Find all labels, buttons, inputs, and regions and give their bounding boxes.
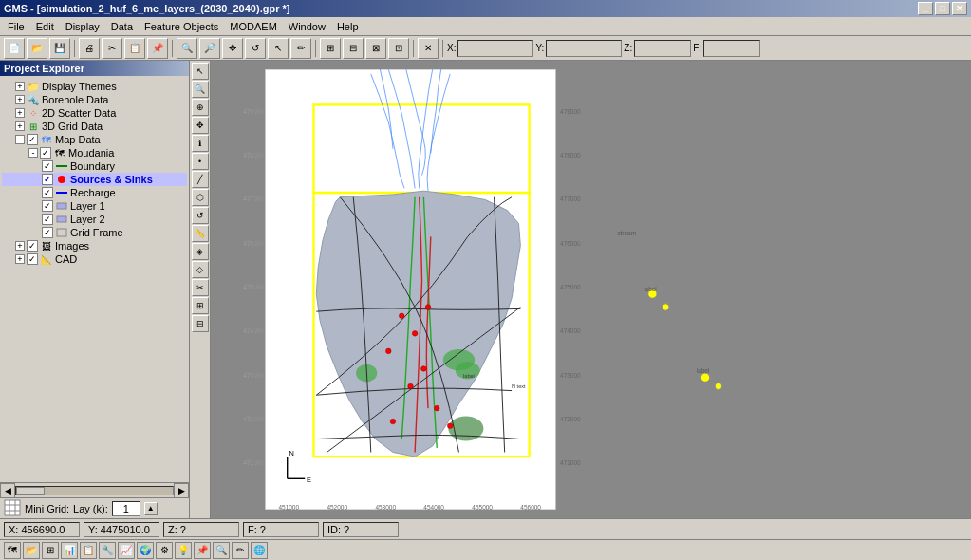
tree-item-images[interactable]: + ✓ 🖼 Images: [2, 239, 187, 252]
title-bar-buttons[interactable]: _ □ ✕: [918, 2, 967, 15]
menu-file[interactable]: File: [2, 19, 30, 34]
tree-item-layer1[interactable]: ✓ Layer 1: [2, 199, 187, 213]
lay-value-field[interactable]: 1: [112, 501, 140, 516]
check-sources-sinks[interactable]: ✓: [42, 174, 53, 185]
bottom-icon-9[interactable]: ⚙: [156, 542, 173, 559]
tree-item-mapdata[interactable]: - ✓ 🗺 Map Data: [2, 133, 187, 146]
tree-item-scatter[interactable]: + ⁘ 2D Scatter Data: [2, 106, 187, 120]
bottom-icon-1[interactable]: 🗺: [4, 542, 21, 559]
tree-area[interactable]: + 📁 Display Themes + 🔩 Borehole Data + ⁘…: [0, 76, 189, 482]
expand-cad[interactable]: +: [15, 254, 25, 264]
draw-point-btn[interactable]: •: [192, 153, 209, 170]
tb-extra-1[interactable]: ⊞: [320, 38, 341, 59]
zoom-fit-btn[interactable]: ⊕: [192, 99, 209, 116]
draw-button[interactable]: ✏: [290, 38, 311, 59]
tree-item-layer2[interactable]: ✓ Layer 2: [2, 213, 187, 226]
scroll-right-btn[interactable]: ▶: [174, 483, 189, 498]
menu-modaem[interactable]: MODAEM: [224, 19, 283, 34]
paste-button[interactable]: 📌: [147, 38, 168, 59]
zoom-window-btn[interactable]: 🔍: [192, 81, 209, 98]
check-images[interactable]: ✓: [27, 240, 38, 252]
scroll-thumb-h[interactable]: [16, 487, 45, 495]
tree-item-moudania[interactable]: - ✓ 🗺 Moudania: [2, 146, 187, 159]
save-button[interactable]: 💾: [49, 38, 70, 59]
expand-images[interactable]: +: [15, 241, 25, 251]
menu-help[interactable]: Help: [331, 19, 364, 34]
check-boundary[interactable]: ✓: [42, 160, 53, 172]
split-btn[interactable]: ✂: [192, 279, 209, 296]
menu-window[interactable]: Window: [283, 19, 331, 34]
map-canvas[interactable]: 479000 478000 477000 476000 475000 47400…: [211, 61, 971, 518]
bottom-icon-10[interactable]: 💡: [175, 542, 192, 559]
tb-extra-2[interactable]: ⊟: [343, 38, 364, 59]
select-button[interactable]: ↖: [268, 38, 289, 59]
vertex-btn[interactable]: ◇: [192, 261, 209, 278]
zoom-out-button[interactable]: 🔎: [199, 38, 220, 59]
tree-scroll-h[interactable]: ◀ ▶: [0, 482, 189, 497]
viewport[interactable]: ↖ 🔍 ⊕ ✥ ℹ • ╱ ⬡ ↺ 📏 ◈ ◇ ✂ ⊞ ⊟: [190, 61, 971, 518]
extra-tool-1[interactable]: ⊞: [192, 297, 209, 314]
check-layer1[interactable]: ✓: [42, 200, 53, 212]
check-mapdata[interactable]: ✓: [27, 134, 38, 145]
scroll-track-h[interactable]: [15, 486, 174, 495]
rotate-button[interactable]: ↺: [245, 38, 266, 59]
bottom-icon-13[interactable]: ✏: [232, 542, 249, 559]
tb-extra-3[interactable]: ⊠: [365, 38, 386, 59]
tree-item-recharge[interactable]: ✓ Recharge: [2, 186, 187, 199]
bottom-icon-12[interactable]: 🔍: [213, 542, 230, 559]
copy-button[interactable]: 📋: [124, 38, 145, 59]
bottom-icon-6[interactable]: 🔧: [99, 542, 116, 559]
expand-moudania[interactable]: -: [28, 148, 38, 158]
draw-line-btn[interactable]: ╱: [192, 171, 209, 188]
zoom-in-button[interactable]: 🔍: [177, 38, 197, 59]
menu-data[interactable]: Data: [105, 19, 139, 34]
pan-tool-btn[interactable]: ✥: [192, 117, 209, 134]
delete-button[interactable]: ✕: [418, 38, 439, 59]
bottom-icon-14[interactable]: 🌐: [251, 542, 268, 559]
restore-button[interactable]: □: [935, 2, 950, 15]
expand-scatter[interactable]: +: [15, 108, 25, 118]
bottom-icon-11[interactable]: 📌: [194, 542, 211, 559]
identify-btn[interactable]: ℹ: [192, 135, 209, 152]
bottom-icon-4[interactable]: 📊: [61, 542, 78, 559]
tree-item-borehole[interactable]: + 🔩 Borehole Data: [2, 93, 187, 106]
bottom-icon-7[interactable]: 📈: [118, 542, 135, 559]
check-recharge[interactable]: ✓: [42, 187, 53, 198]
cut-button[interactable]: ✂: [102, 38, 122, 59]
tree-item-sources-sinks[interactable]: ✓ Sources & Sinks: [2, 173, 187, 186]
node-edit-btn[interactable]: ◈: [192, 243, 209, 260]
check-moudania[interactable]: ✓: [40, 147, 51, 159]
tb-extra-4[interactable]: ⊡: [388, 38, 409, 59]
extra-tool-2[interactable]: ⊟: [192, 315, 209, 332]
open-button[interactable]: 📂: [27, 38, 47, 59]
check-layer2[interactable]: ✓: [42, 214, 53, 225]
measure-btn[interactable]: 📏: [192, 225, 209, 242]
tree-item-display-themes[interactable]: + 📁 Display Themes: [2, 80, 187, 93]
minimize-button[interactable]: _: [918, 2, 933, 15]
tree-item-boundary[interactable]: ✓ Boundary: [2, 159, 187, 173]
bottom-icon-8[interactable]: 🌍: [137, 542, 154, 559]
menu-feature-objects[interactable]: Feature Objects: [139, 19, 224, 34]
rotate-tool-btn[interactable]: ↺: [192, 207, 209, 224]
tree-item-cad[interactable]: + ✓ 📐 CAD: [2, 252, 187, 266]
expand-mapdata[interactable]: -: [15, 135, 25, 144]
lay-up-btn[interactable]: ▲: [144, 502, 158, 515]
expand-borehole[interactable]: +: [15, 95, 25, 104]
bottom-icon-3[interactable]: ⊞: [42, 542, 59, 559]
check-cad[interactable]: ✓: [27, 253, 38, 265]
check-gridframe[interactable]: ✓: [42, 227, 53, 238]
bottom-icon-2[interactable]: 📂: [23, 542, 40, 559]
tree-item-3dgrid[interactable]: + ⊞ 3D Grid Data: [2, 120, 187, 133]
close-button[interactable]: ✕: [952, 2, 967, 15]
tree-item-gridframe[interactable]: ✓ Grid Frame: [2, 226, 187, 239]
expand-3dgrid[interactable]: +: [15, 121, 25, 131]
draw-poly-btn[interactable]: ⬡: [192, 189, 209, 206]
new-button[interactable]: 📄: [4, 38, 25, 59]
menu-edit[interactable]: Edit: [30, 19, 60, 34]
scroll-left-btn[interactable]: ◀: [0, 483, 15, 498]
pan-button[interactable]: ✥: [222, 38, 243, 59]
print-button[interactable]: 🖨: [79, 38, 100, 59]
bottom-icon-5[interactable]: 📋: [80, 542, 97, 559]
menu-display[interactable]: Display: [60, 19, 105, 34]
expand-display-themes[interactable]: +: [15, 82, 25, 91]
